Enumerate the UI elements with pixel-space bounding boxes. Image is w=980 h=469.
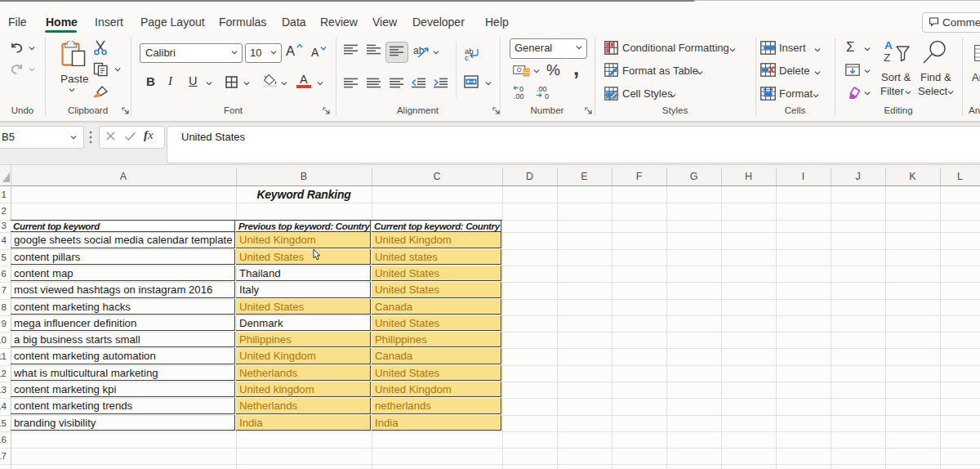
svg-text:ab: ab: [413, 45, 425, 56]
svg-text:c: c: [465, 53, 469, 60]
svg-text:0: 0: [545, 92, 549, 100]
svg-text:.00: .00: [514, 92, 524, 100]
